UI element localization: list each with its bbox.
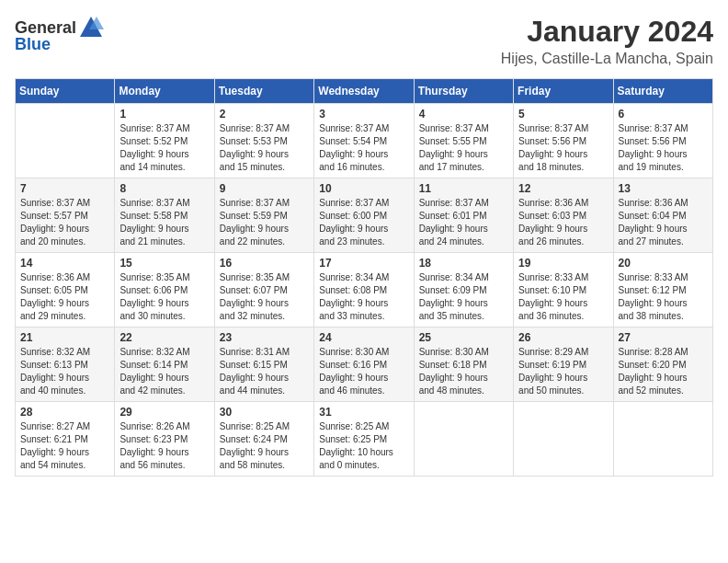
day-number: 29 — [119, 406, 209, 419]
day-number: 16 — [220, 257, 309, 270]
week-row-1: 1Sunrise: 8:37 AMSunset: 5:52 PMDaylight… — [16, 104, 713, 178]
calendar-cell: 19Sunrise: 8:33 AMSunset: 6:10 PMDayligh… — [514, 253, 613, 327]
cell-content: Sunrise: 8:37 AMSunset: 5:57 PMDaylight:… — [20, 197, 109, 248]
cell-content: Sunrise: 8:37 AMSunset: 5:55 PMDaylight:… — [419, 122, 508, 174]
cell-content: Sunrise: 8:35 AMSunset: 6:06 PMDaylight:… — [119, 271, 209, 323]
cell-content: Sunrise: 8:30 AMSunset: 6:18 PMDaylight:… — [419, 346, 508, 397]
day-number: 17 — [319, 257, 408, 270]
day-number: 6 — [619, 108, 708, 121]
week-row-5: 28Sunrise: 8:27 AMSunset: 6:21 PMDayligh… — [16, 402, 713, 477]
cell-content: Sunrise: 8:33 AMSunset: 6:10 PMDaylight:… — [518, 271, 608, 323]
day-number: 12 — [518, 182, 608, 195]
day-number: 25 — [419, 331, 508, 344]
cell-content: Sunrise: 8:37 AMSunset: 6:00 PMDaylight:… — [319, 197, 408, 248]
location-title: Hijes, Castille-La Mancha, Spain — [501, 51, 713, 67]
week-row-2: 7Sunrise: 8:37 AMSunset: 5:57 PMDaylight… — [16, 178, 713, 253]
day-number: 15 — [119, 257, 209, 270]
cell-content: Sunrise: 8:31 AMSunset: 6:15 PMDaylight:… — [220, 346, 309, 397]
column-header-tuesday: Tuesday — [214, 79, 313, 104]
cell-content: Sunrise: 8:37 AMSunset: 5:56 PMDaylight:… — [619, 122, 708, 174]
day-number: 21 — [20, 331, 109, 344]
cell-content: Sunrise: 8:37 AMSunset: 5:59 PMDaylight:… — [220, 197, 309, 248]
calendar-cell: 21Sunrise: 8:32 AMSunset: 6:13 PMDayligh… — [16, 327, 115, 402]
day-number: 10 — [319, 182, 408, 195]
cell-content: Sunrise: 8:37 AMSunset: 5:53 PMDaylight:… — [220, 122, 309, 174]
cell-content: Sunrise: 8:37 AMSunset: 5:54 PMDaylight:… — [319, 122, 408, 174]
cell-content: Sunrise: 8:25 AMSunset: 6:24 PMDaylight:… — [220, 420, 309, 472]
day-number: 1 — [119, 108, 209, 121]
cell-content: Sunrise: 8:28 AMSunset: 6:20 PMDaylight:… — [619, 346, 708, 397]
calendar-cell: 14Sunrise: 8:36 AMSunset: 6:05 PMDayligh… — [16, 253, 115, 327]
calendar-cell: 22Sunrise: 8:32 AMSunset: 6:14 PMDayligh… — [115, 327, 214, 402]
calendar-cell — [613, 402, 712, 477]
calendar-cell: 16Sunrise: 8:35 AMSunset: 6:07 PMDayligh… — [214, 253, 313, 327]
cell-content: Sunrise: 8:37 AMSunset: 6:01 PMDaylight:… — [419, 197, 508, 248]
cell-content: Sunrise: 8:34 AMSunset: 6:09 PMDaylight:… — [419, 271, 508, 323]
cell-content: Sunrise: 8:29 AMSunset: 6:19 PMDaylight:… — [518, 346, 608, 397]
column-header-sunday: Sunday — [16, 79, 115, 104]
calendar-cell: 5Sunrise: 8:37 AMSunset: 5:56 PMDaylight… — [514, 104, 613, 178]
calendar-cell: 31Sunrise: 8:25 AMSunset: 6:25 PMDayligh… — [314, 402, 414, 477]
cell-content: Sunrise: 8:33 AMSunset: 6:12 PMDaylight:… — [619, 271, 708, 323]
calendar-cell: 25Sunrise: 8:30 AMSunset: 6:18 PMDayligh… — [414, 327, 513, 402]
day-number: 23 — [220, 331, 309, 344]
logo-blue: Blue — [15, 35, 51, 54]
day-number: 30 — [220, 406, 309, 419]
cell-content: Sunrise: 8:37 AMSunset: 5:52 PMDaylight:… — [119, 122, 209, 174]
day-number: 31 — [319, 406, 408, 419]
cell-content: Sunrise: 8:25 AMSunset: 6:25 PMDaylight:… — [319, 420, 408, 472]
page-header: General Blue January 2024 Hijes, Castill… — [15, 15, 713, 67]
day-number: 18 — [419, 257, 508, 270]
day-number: 11 — [419, 182, 508, 195]
calendar-cell: 28Sunrise: 8:27 AMSunset: 6:21 PMDayligh… — [16, 402, 115, 477]
calendar-cell: 29Sunrise: 8:26 AMSunset: 6:23 PMDayligh… — [115, 402, 214, 477]
day-number: 5 — [518, 108, 608, 121]
calendar-table: SundayMondayTuesdayWednesdayThursdayFrid… — [15, 78, 713, 477]
day-number: 26 — [518, 331, 608, 344]
calendar-cell: 9Sunrise: 8:37 AMSunset: 5:59 PMDaylight… — [214, 178, 313, 253]
calendar-cell: 3Sunrise: 8:37 AMSunset: 5:54 PMDaylight… — [314, 104, 414, 178]
column-header-wednesday: Wednesday — [314, 79, 414, 104]
cell-content: Sunrise: 8:37 AMSunset: 5:58 PMDaylight:… — [119, 197, 209, 248]
calendar-cell: 1Sunrise: 8:37 AMSunset: 5:52 PMDaylight… — [115, 104, 214, 178]
calendar-cell: 20Sunrise: 8:33 AMSunset: 6:12 PMDayligh… — [613, 253, 712, 327]
day-number: 22 — [119, 331, 209, 344]
logo: General Blue — [15, 15, 104, 54]
calendar-cell: 4Sunrise: 8:37 AMSunset: 5:55 PMDaylight… — [414, 104, 513, 178]
week-row-4: 21Sunrise: 8:32 AMSunset: 6:13 PMDayligh… — [16, 327, 713, 402]
day-number: 24 — [319, 331, 408, 344]
calendar-cell: 6Sunrise: 8:37 AMSunset: 5:56 PMDaylight… — [613, 104, 712, 178]
calendar-cell: 2Sunrise: 8:37 AMSunset: 5:53 PMDaylight… — [214, 104, 313, 178]
header-row: SundayMondayTuesdayWednesdayThursdayFrid… — [16, 79, 713, 104]
calendar-cell: 17Sunrise: 8:34 AMSunset: 6:08 PMDayligh… — [314, 253, 414, 327]
cell-content: Sunrise: 8:36 AMSunset: 6:05 PMDaylight:… — [20, 271, 109, 323]
cell-content: Sunrise: 8:37 AMSunset: 5:56 PMDaylight:… — [518, 122, 608, 174]
calendar-cell: 26Sunrise: 8:29 AMSunset: 6:19 PMDayligh… — [514, 327, 613, 402]
column-header-saturday: Saturday — [613, 79, 712, 104]
month-title: January 2024 — [501, 15, 713, 49]
calendar-cell: 8Sunrise: 8:37 AMSunset: 5:58 PMDaylight… — [115, 178, 214, 253]
cell-content: Sunrise: 8:30 AMSunset: 6:16 PMDaylight:… — [319, 346, 408, 397]
calendar-cell: 13Sunrise: 8:36 AMSunset: 6:04 PMDayligh… — [613, 178, 712, 253]
day-number: 20 — [619, 257, 708, 270]
cell-content: Sunrise: 8:36 AMSunset: 6:03 PMDaylight:… — [518, 197, 608, 248]
calendar-cell: 18Sunrise: 8:34 AMSunset: 6:09 PMDayligh… — [414, 253, 513, 327]
day-number: 9 — [220, 182, 309, 195]
calendar-cell: 10Sunrise: 8:37 AMSunset: 6:00 PMDayligh… — [314, 178, 414, 253]
calendar-cell: 11Sunrise: 8:37 AMSunset: 6:01 PMDayligh… — [414, 178, 513, 253]
column-header-monday: Monday — [115, 79, 214, 104]
day-number: 4 — [419, 108, 508, 121]
calendar-cell — [16, 104, 115, 178]
logo-icon — [78, 15, 104, 40]
calendar-cell: 15Sunrise: 8:35 AMSunset: 6:06 PMDayligh… — [115, 253, 214, 327]
week-row-3: 14Sunrise: 8:36 AMSunset: 6:05 PMDayligh… — [16, 253, 713, 327]
day-number: 7 — [20, 182, 109, 195]
cell-content: Sunrise: 8:27 AMSunset: 6:21 PMDaylight:… — [20, 420, 109, 472]
calendar-cell: 7Sunrise: 8:37 AMSunset: 5:57 PMDaylight… — [16, 178, 115, 253]
day-number: 8 — [119, 182, 209, 195]
cell-content: Sunrise: 8:34 AMSunset: 6:08 PMDaylight:… — [319, 271, 408, 323]
calendar-cell — [414, 402, 513, 477]
calendar-cell — [514, 402, 613, 477]
day-number: 28 — [20, 406, 109, 419]
title-block: January 2024 Hijes, Castille-La Mancha, … — [501, 15, 713, 67]
